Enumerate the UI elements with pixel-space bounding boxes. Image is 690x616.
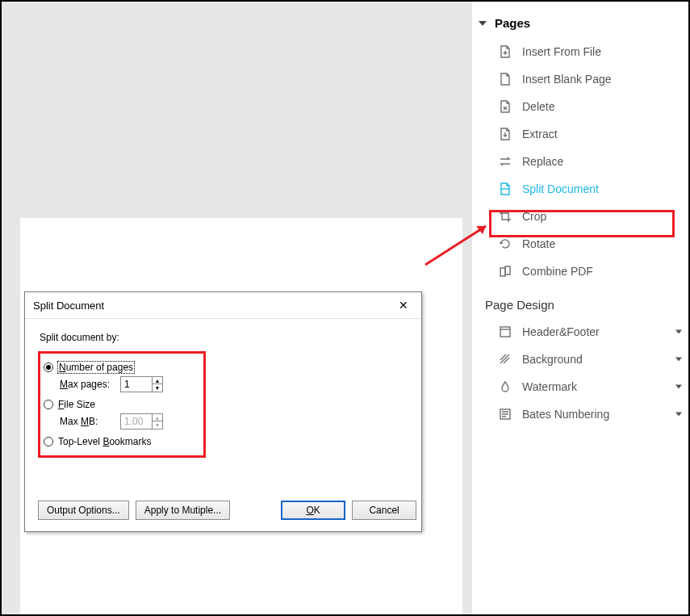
chevron-down-icon bbox=[675, 330, 682, 334]
menu-bates-numbering[interactable]: Bates Numbering bbox=[472, 400, 690, 428]
dialog-body: Split document by: Number of pages Max p… bbox=[25, 319, 421, 466]
background-icon bbox=[498, 352, 512, 367]
menu-label: Bates Numbering bbox=[522, 408, 609, 421]
section-header-page-design[interactable]: Page Design bbox=[472, 285, 690, 318]
menu-insert-from-file[interactable]: Insert From File bbox=[472, 38, 690, 65]
option-top-level-bookmarks[interactable]: Top-Level Bookmarks bbox=[44, 436, 197, 447]
collapse-icon bbox=[479, 21, 487, 26]
max-mb-value: 1.00 bbox=[121, 416, 152, 427]
radio-icon bbox=[44, 362, 53, 372]
menu-label: Crop bbox=[522, 210, 546, 223]
options-highlight-box: Number of pages Max pages: 1 ▲▼ File Siz… bbox=[38, 351, 206, 458]
radio-icon bbox=[44, 437, 53, 446]
cancel-button[interactable]: Cancel bbox=[352, 501, 416, 520]
menu-label: Background bbox=[522, 353, 583, 366]
dialog-title: Split Document bbox=[33, 300, 104, 312]
watermark-icon bbox=[498, 379, 512, 394]
menu-replace[interactable]: Replace bbox=[472, 148, 690, 175]
option-label: File Size bbox=[58, 399, 95, 410]
split-by-label: Split document by: bbox=[40, 332, 408, 343]
max-pages-spinner[interactable]: 1 ▲▼ bbox=[120, 376, 163, 392]
menu-label: Delete bbox=[522, 100, 554, 113]
app-frame: Pages Insert From File Insert Blank Page… bbox=[0, 0, 690, 616]
menu-combine-pdf[interactable]: Combine PDF bbox=[472, 258, 690, 285]
split-icon bbox=[498, 182, 512, 196]
menu-delete[interactable]: Delete bbox=[472, 93, 690, 120]
menu-watermark[interactable]: Watermark bbox=[472, 373, 690, 400]
spinner-up-icon[interactable]: ▲ bbox=[153, 377, 162, 384]
option-file-size[interactable]: File Size bbox=[44, 399, 197, 410]
menu-label: Header&Footer bbox=[522, 325, 600, 338]
page-plus-icon bbox=[498, 44, 512, 59]
menu-split-document[interactable]: Split Document bbox=[472, 175, 690, 203]
split-document-dialog: Split Document ✕ Split document by: Numb… bbox=[24, 291, 422, 532]
menu-label: Rotate bbox=[522, 237, 555, 250]
dialog-titlebar: Split Document ✕ bbox=[25, 292, 421, 319]
page-extract-icon bbox=[498, 127, 512, 141]
page-icon bbox=[498, 72, 512, 86]
section-title: Pages bbox=[495, 16, 530, 30]
menu-label: Replace bbox=[522, 155, 563, 168]
option-number-of-pages[interactable]: Number of pages bbox=[44, 362, 197, 373]
replace-icon bbox=[498, 154, 512, 169]
max-mb-row: Max MB: 1.00 ▲▼ bbox=[60, 413, 197, 430]
chevron-down-icon bbox=[675, 385, 682, 389]
menu-insert-blank-page[interactable]: Insert Blank Page bbox=[472, 65, 690, 93]
chevron-down-icon bbox=[675, 358, 682, 362]
menu-crop[interactable]: Crop bbox=[472, 203, 690, 230]
menu-label: Insert From File bbox=[522, 45, 601, 58]
radio-icon bbox=[44, 400, 53, 409]
chevron-down-icon bbox=[675, 413, 682, 417]
ok-button[interactable]: OK bbox=[281, 501, 345, 520]
spinner-down-icon[interactable]: ▼ bbox=[153, 384, 162, 392]
menu-label: Watermark bbox=[522, 380, 577, 393]
page-design-menu: Header&Footer Background Watermark Bates… bbox=[472, 318, 690, 428]
max-mb-label: Max MB: bbox=[60, 416, 120, 427]
svg-rect-0 bbox=[500, 327, 510, 337]
bates-icon bbox=[498, 407, 512, 421]
max-pages-row: Max pages: 1 ▲▼ bbox=[60, 376, 197, 392]
menu-extract[interactable]: Extract bbox=[472, 120, 690, 148]
close-button[interactable]: ✕ bbox=[394, 297, 413, 313]
menu-label: Extract bbox=[522, 128, 558, 140]
max-pages-label: Max pages: bbox=[60, 379, 120, 390]
page-delete-icon bbox=[498, 99, 512, 114]
spinner-down-icon: ▼ bbox=[153, 421, 162, 429]
header-footer-icon bbox=[498, 325, 512, 339]
menu-rotate[interactable]: Rotate bbox=[472, 230, 690, 258]
menu-label: Combine PDF bbox=[522, 265, 593, 278]
pages-menu: Insert From File Insert Blank Page Delet… bbox=[472, 38, 690, 285]
spinner-up-icon: ▲ bbox=[153, 414, 162, 421]
section-header-pages[interactable]: Pages bbox=[472, 13, 690, 38]
menu-label: Split Document bbox=[522, 182, 599, 195]
dialog-button-row: Output Options... Apply to Mutiple... OK… bbox=[38, 501, 416, 520]
menu-background[interactable]: Background bbox=[472, 346, 690, 373]
apply-to-multiple-button[interactable]: Apply to Mutiple... bbox=[136, 501, 230, 520]
menu-label: Insert Blank Page bbox=[522, 73, 612, 86]
option-label: Top-Level Bookmarks bbox=[58, 436, 151, 447]
right-sidebar: Pages Insert From File Insert Blank Page… bbox=[472, 2, 690, 614]
crop-icon bbox=[498, 209, 512, 224]
rotate-icon bbox=[498, 237, 512, 251]
max-mb-spinner: 1.00 ▲▼ bbox=[120, 413, 163, 430]
max-pages-value: 1 bbox=[121, 379, 152, 390]
option-label: Number of pages bbox=[58, 362, 134, 373]
combine-icon bbox=[498, 264, 512, 279]
menu-header-footer[interactable]: Header&Footer bbox=[472, 318, 690, 346]
output-options-button[interactable]: Output Options... bbox=[38, 501, 129, 520]
